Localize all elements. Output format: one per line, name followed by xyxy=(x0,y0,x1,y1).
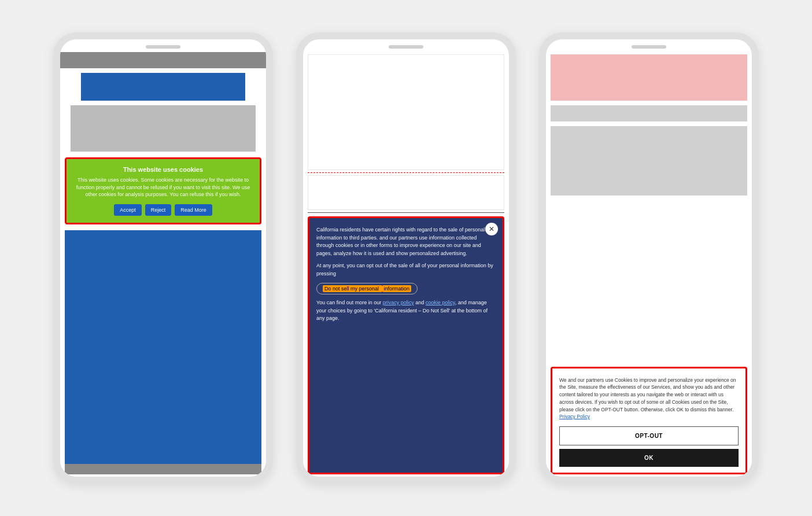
accept-button[interactable]: Accept xyxy=(114,204,142,216)
phone-1: This website uses cookies This website u… xyxy=(53,32,273,484)
phone3-gray-block-1 xyxy=(551,105,747,121)
phone3-gray-block-2 xyxy=(551,126,747,196)
phone-showcase: This website uses cookies This website u… xyxy=(53,32,759,484)
phone1-bottom-gray xyxy=(65,464,261,474)
phone3-pink-block xyxy=(551,54,747,101)
cookie-banner-3-body: We and our partners use Cookies to impro… xyxy=(559,377,739,421)
phone2-divider-dark xyxy=(308,212,504,213)
cookie-banner-2-para1: California residents have certain rights… xyxy=(316,226,496,257)
phone2-divider-red xyxy=(308,172,504,173)
cookie-banner-1-title: This website uses cookies xyxy=(72,166,254,173)
read-more-button[interactable]: Read More xyxy=(175,204,212,216)
phone-2-content: ✕ California residents have certain righ… xyxy=(303,52,509,477)
phone2-white-block xyxy=(308,54,504,170)
cookie-banner-1: This website uses cookies This website u… xyxy=(65,157,261,224)
privacy-policy-link-3[interactable]: Privacy Policy xyxy=(559,414,590,419)
cookie-buttons-1: Accept Reject Read More xyxy=(72,204,254,216)
cookie-banner-2-para2: At any point, you can opt out of the sal… xyxy=(316,262,496,278)
do-not-sell-button[interactable]: Do not sell my personal information xyxy=(316,283,418,294)
phone-2-screen: ✕ California residents have certain righ… xyxy=(303,52,509,477)
do-not-sell-label: Do not sell my personal xyxy=(323,285,382,292)
phone-2: ✕ California residents have certain righ… xyxy=(296,32,516,484)
cookie-banner-3: We and our partners use Cookies to impro… xyxy=(551,367,747,475)
phone2-white-block2 xyxy=(308,175,504,210)
cookie-policy-link[interactable]: cookie policy xyxy=(426,300,455,305)
cookie-banner-1-body: This website uses cookies. Some cookies … xyxy=(72,176,254,198)
opt-out-button[interactable]: OPT-OUT xyxy=(559,426,739,445)
phone1-bottom-blue xyxy=(65,230,261,464)
privacy-policy-link[interactable]: privacy policy xyxy=(383,300,414,305)
highlighted-info: information xyxy=(382,285,412,292)
phone-3-screen: We and our partners use Cookies to impro… xyxy=(546,52,752,477)
phone3-spacer xyxy=(546,198,752,364)
cookie-banner-2-footer: You can find out more in our privacy pol… xyxy=(316,299,496,323)
phone-1-screen: This website uses cookies This website u… xyxy=(60,52,266,477)
ok-button[interactable]: OK xyxy=(559,449,739,467)
phone-3-content: We and our partners use Cookies to impro… xyxy=(546,52,752,477)
cookie-banner-2: ✕ California residents have certain righ… xyxy=(308,216,504,474)
close-button[interactable]: ✕ xyxy=(485,223,498,235)
reject-button[interactable]: Reject xyxy=(145,204,172,216)
phone1-blue-bar xyxy=(81,73,246,101)
phone1-gray-block xyxy=(71,105,256,152)
phone-1-content: This website uses cookies This website u… xyxy=(60,52,266,477)
phone-3: We and our partners use Cookies to impro… xyxy=(539,32,759,484)
phone1-gray-bar xyxy=(60,52,266,68)
